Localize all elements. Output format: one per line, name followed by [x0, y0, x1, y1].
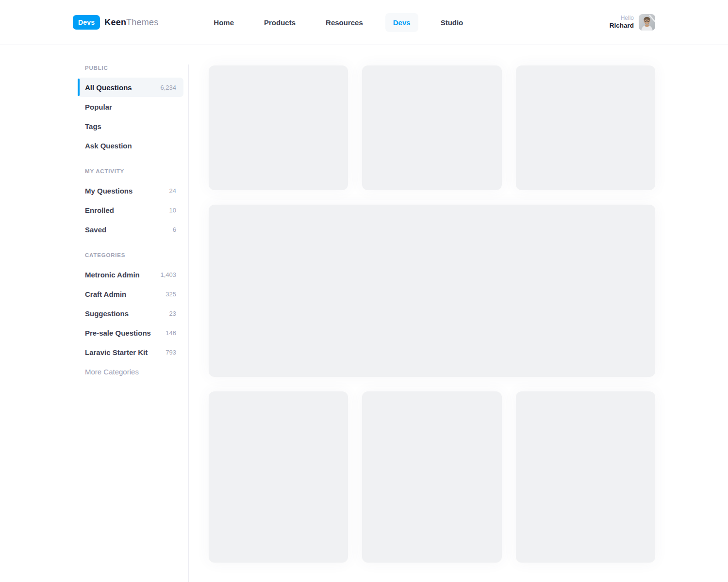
sidebar-item-more-categories[interactable]: More Categories: [78, 362, 183, 381]
content-placeholder-card: [209, 65, 348, 190]
sidebar-item-craft-admin[interactable]: Craft Admin 325: [78, 284, 183, 304]
count-badge: 23: [169, 310, 176, 317]
sidebar-item-ask-question[interactable]: Ask Question: [78, 136, 183, 155]
sidebar-item-pre-sale-questions[interactable]: Pre-sale Questions 146: [78, 323, 183, 342]
user-greeting: Hello: [610, 15, 634, 22]
count-badge: 6: [173, 226, 176, 233]
sidebar-item-metronic-admin[interactable]: Metronic Admin 1,403: [78, 265, 183, 284]
sidebar-item-enrolled[interactable]: Enrolled 10: [78, 200, 183, 220]
count-badge: 146: [165, 329, 176, 337]
nav-item-home[interactable]: Home: [206, 13, 242, 32]
content-placeholder-card-large: [209, 205, 655, 377]
sidebar-item-my-questions[interactable]: My Questions 24: [78, 181, 183, 200]
placeholder-row-bottom: [209, 391, 655, 563]
count-badge: 6,234: [160, 84, 176, 91]
section-title-my-activity: MY ACTIVITY: [78, 168, 189, 175]
sidebar-section-categories: CATEGORIES Metronic Admin 1,403 Craft Ad…: [78, 252, 189, 381]
section-title-categories: CATEGORIES: [78, 252, 189, 259]
section-title-public: PUBLIC: [78, 65, 189, 71]
user-area: Hello Richard: [610, 14, 655, 31]
sidebar: PUBLIC All Questions 6,234 Popular Tags …: [0, 45, 189, 582]
sidebar-section-public: PUBLIC All Questions 6,234 Popular Tags …: [78, 65, 189, 155]
user-greeting-block: Hello Richard: [610, 15, 634, 30]
content-placeholder-card: [362, 391, 501, 563]
count-badge: 1,403: [160, 271, 176, 278]
user-name: Richard: [610, 22, 634, 30]
main-nav: Home Products Resources Devs Studio: [206, 13, 471, 32]
count-badge: 24: [169, 187, 176, 194]
page-body: PUBLIC All Questions 6,234 Popular Tags …: [0, 45, 728, 582]
sidebar-item-suggestions[interactable]: Suggestions 23: [78, 304, 183, 323]
brand-wordmark: KeenThemes: [104, 17, 158, 28]
nav-item-devs[interactable]: Devs: [385, 13, 418, 32]
count-badge: 10: [169, 207, 176, 214]
nav-item-studio[interactable]: Studio: [433, 13, 471, 32]
sidebar-item-saved[interactable]: Saved 6: [78, 220, 183, 239]
content-placeholder-card: [362, 65, 501, 190]
user-avatar-icon[interactable]: [639, 14, 655, 31]
count-badge: 793: [165, 349, 176, 356]
top-header: Devs KeenThemes Home Products Resources …: [0, 0, 728, 45]
count-badge: 325: [165, 291, 176, 298]
sidebar-section-my-activity: MY ACTIVITY My Questions 24 Enrolled 10 …: [78, 168, 189, 239]
nav-item-products[interactable]: Products: [256, 13, 303, 32]
sidebar-item-laravic-starter-kit[interactable]: Laravic Starter Kit 793: [78, 342, 183, 362]
placeholder-row-top: [209, 65, 655, 190]
content-placeholder-card: [516, 65, 655, 190]
brand-logo[interactable]: Devs KeenThemes: [73, 15, 158, 30]
brand-badge: Devs: [73, 15, 100, 30]
sidebar-item-all-questions[interactable]: All Questions 6,234: [78, 78, 183, 97]
content-placeholder-card: [209, 391, 348, 563]
sidebar-item-popular[interactable]: Popular: [78, 97, 183, 116]
sidebar-item-tags[interactable]: Tags: [78, 116, 183, 136]
main-content: [189, 45, 728, 582]
content-placeholder-card: [516, 391, 655, 563]
nav-item-resources[interactable]: Resources: [318, 13, 371, 32]
